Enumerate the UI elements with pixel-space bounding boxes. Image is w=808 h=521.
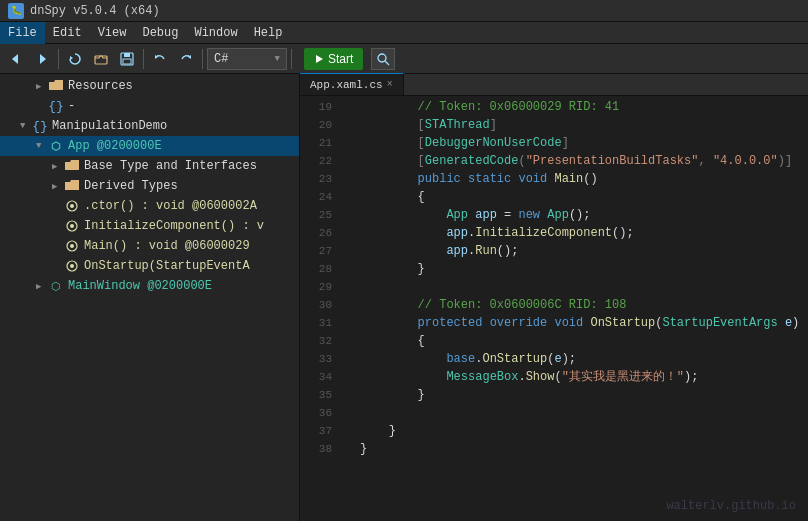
tree-label-app: App @0200000E (68, 139, 162, 153)
code-line-28: 28 } (300, 260, 808, 278)
tab-close-button[interactable]: × (387, 79, 393, 90)
tree-label-onstartup: OnStartup(StartupEventA (84, 259, 250, 273)
tree-item-mainwindow[interactable]: ▶ ⬡ MainWindow @0200000E (0, 276, 299, 296)
tree-item-derivedtypes[interactable]: ▶ Derived Types (0, 176, 299, 196)
class-icon-mainwindow: ⬡ (48, 278, 64, 294)
svg-rect-5 (124, 53, 130, 57)
tree-arrow-derivedtypes: ▶ (52, 181, 64, 192)
menu-help[interactable]: Help (246, 22, 291, 44)
tree-item-initializecomponent[interactable]: InitializeComponent() : v (0, 216, 299, 236)
code-area: App.xaml.cs × 19 // Token: 0x06000029 RI… (300, 74, 808, 521)
tab-app-xaml-cs[interactable]: App.xaml.cs × (300, 73, 404, 95)
search-box[interactable] (371, 48, 395, 70)
title-bar: 🐛 dnSpy v5.0.4 (x64) (0, 0, 808, 22)
watermark: walterlv.github.io (666, 499, 796, 513)
code-line-29: 29 (300, 278, 808, 296)
menu-edit[interactable]: Edit (45, 22, 90, 44)
left-panel: ▶ Resources {} - ▼ {} ManipulationDemo (0, 74, 300, 521)
tree-label-main: Main() : void @06000029 (84, 239, 250, 253)
svg-point-13 (70, 204, 74, 208)
svg-point-10 (378, 54, 386, 62)
namespace-icon-manipulationdemo: {} (32, 118, 48, 134)
tree-item-brace1[interactable]: {} - (0, 96, 299, 116)
code-line-27: 27 app.Run(); (300, 242, 808, 260)
start-button[interactable]: Start (304, 48, 363, 70)
folder-icon-resources (48, 78, 64, 94)
svg-marker-1 (40, 54, 46, 64)
tree-item-onstartup[interactable]: OnStartup(StartupEventA (0, 256, 299, 276)
namespace-icon-brace1: {} (48, 98, 64, 114)
tree-arrow-resources: ▶ (36, 81, 48, 92)
language-dropdown[interactable]: C# ▼ (207, 48, 287, 70)
forward-button[interactable] (30, 47, 54, 71)
tree-item-manipulationdemo[interactable]: ▼ {} ManipulationDemo (0, 116, 299, 136)
code-line-24: 24 { (300, 188, 808, 206)
menu-bar: File Edit View Debug Window Help (0, 22, 808, 44)
tree-label-basetypes: Base Type and Interfaces (84, 159, 257, 173)
open-file-button[interactable] (89, 47, 113, 71)
method-icon-ctor (64, 198, 80, 214)
code-editor[interactable]: 19 // Token: 0x06000029 RID: 41 20 [STAT… (300, 96, 808, 521)
code-line-37: 37 } (300, 422, 808, 440)
tree-item-app[interactable]: ▼ ⬡ App @0200000E (0, 136, 299, 156)
app-icon: 🐛 (8, 3, 24, 19)
svg-marker-9 (316, 55, 323, 63)
menu-window[interactable]: Window (186, 22, 245, 44)
sep-nav (58, 49, 59, 69)
svg-point-19 (70, 264, 74, 268)
tree-label-brace1: - (68, 99, 75, 113)
code-line-34: 34 MessageBox.Show("其实我是黑进来的！"); (300, 368, 808, 386)
code-line-33: 33 base.OnStartup(e); (300, 350, 808, 368)
tree-item-basetypes[interactable]: ▶ Base Type and Interfaces (0, 156, 299, 176)
code-line-36: 36 (300, 404, 808, 422)
menu-debug[interactable]: Debug (134, 22, 186, 44)
svg-point-17 (70, 244, 74, 248)
code-line-20: 20 [STAThread] (300, 116, 808, 134)
code-lines: 19 // Token: 0x06000029 RID: 41 20 [STAT… (300, 96, 808, 458)
save-file-button[interactable] (115, 47, 139, 71)
folder-icon-derivedtypes (64, 178, 80, 194)
tree-arrow-mainwindow: ▶ (36, 281, 48, 292)
main-area: ▶ Resources {} - ▼ {} ManipulationDemo (0, 74, 808, 521)
tree-arrow-basetypes: ▶ (52, 161, 64, 172)
back-button[interactable] (4, 47, 28, 71)
sep-edit (202, 49, 203, 69)
folder-icon-basetypes (64, 158, 80, 174)
sep-lang (291, 49, 292, 69)
tree-area: ▶ Resources {} - ▼ {} ManipulationDemo (0, 74, 299, 296)
svg-marker-2 (70, 56, 73, 60)
toolbar: C# ▼ Start (0, 44, 808, 74)
title-bar-text: dnSpy v5.0.4 (x64) (30, 4, 160, 18)
undo-button[interactable] (148, 47, 172, 71)
menu-file[interactable]: File (0, 22, 45, 44)
code-line-23: 23 public static void Main() (300, 170, 808, 188)
tree-item-ctor[interactable]: .ctor() : void @0600002A (0, 196, 299, 216)
code-line-32: 32 { (300, 332, 808, 350)
method-icon-initcomp (64, 218, 80, 234)
code-line-21: 21 [DebuggerNonUserCode] (300, 134, 808, 152)
refresh-button[interactable] (63, 47, 87, 71)
tree-label-manipulationdemo: ManipulationDemo (52, 119, 167, 133)
sep-file (143, 49, 144, 69)
code-line-35: 35 } (300, 386, 808, 404)
tab-bar: App.xaml.cs × (300, 74, 808, 96)
svg-rect-3 (95, 56, 107, 64)
tree-item-main[interactable]: Main() : void @06000029 (0, 236, 299, 256)
method-icon-main (64, 238, 80, 254)
class-icon-app: ⬡ (48, 138, 64, 154)
tree-label-initcomp: InitializeComponent() : v (84, 219, 264, 233)
svg-marker-0 (12, 54, 18, 64)
svg-rect-6 (123, 59, 131, 64)
svg-point-15 (70, 224, 74, 228)
tree-label-mainwindow: MainWindow @0200000E (68, 279, 212, 293)
tree-label-derivedtypes: Derived Types (84, 179, 178, 193)
menu-view[interactable]: View (90, 22, 135, 44)
redo-button[interactable] (174, 47, 198, 71)
code-line-38: 38 } (300, 440, 808, 458)
svg-line-11 (385, 61, 389, 65)
code-line-30: 30 // Token: 0x0600006C RID: 108 (300, 296, 808, 314)
tree-item-resources[interactable]: ▶ Resources (0, 76, 299, 96)
tree-label-ctor: .ctor() : void @0600002A (84, 199, 257, 213)
tree-arrow-app: ▼ (36, 141, 48, 151)
code-line-22: 22 [GeneratedCode("PresentationBuildTask… (300, 152, 808, 170)
